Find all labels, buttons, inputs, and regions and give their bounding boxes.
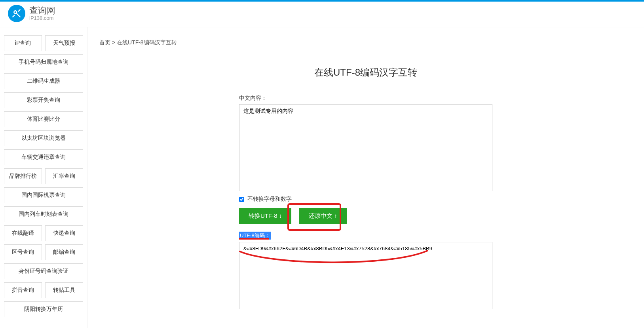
sidebar-item[interactable]: 国内列车时刻表查询 xyxy=(4,206,83,222)
decode-button[interactable]: 还原中文 ↑ xyxy=(299,208,347,224)
sidebar: iP查询天气预报手机号码归属地查询二维码生成器彩票开奖查询体育比赛比分以太坊区块… xyxy=(0,27,87,328)
sidebar-item[interactable]: 快递查询 xyxy=(45,225,83,241)
sidebar-item[interactable]: 体育比赛比分 xyxy=(4,111,83,127)
sidebar-item[interactable]: 区号查询 xyxy=(4,244,42,260)
sidebar-item[interactable]: 转贴工具 xyxy=(45,282,83,298)
input-label: 中文内容： xyxy=(239,95,492,102)
sidebar-item[interactable]: 邮编查询 xyxy=(45,244,83,260)
sidebar-item[interactable]: 阴阳转换万年历 xyxy=(4,301,83,317)
sidebar-item[interactable]: 在线翻译 xyxy=(4,225,42,241)
skip-alnum-label[interactable]: 不转换字母和数字 xyxy=(247,196,292,202)
skip-alnum-checkbox[interactable] xyxy=(239,197,244,202)
sidebar-item[interactable]: 身份证号码查询验证 xyxy=(4,263,83,279)
sidebar-item[interactable]: 品牌排行榜 xyxy=(4,168,42,184)
sidebar-item[interactable]: 拼音查询 xyxy=(4,282,42,298)
sidebar-item[interactable]: 国内国际机票查询 xyxy=(4,187,83,203)
sidebar-item[interactable]: 天气预报 xyxy=(45,35,83,51)
breadcrumb: 首页 > 在线UTF-8编码汉字互转 xyxy=(99,39,632,46)
brand-subtitle: iP138.com xyxy=(29,15,55,21)
utf8-output[interactable] xyxy=(239,242,492,309)
breadcrumb-sep: > xyxy=(110,39,117,46)
sidebar-item[interactable]: 手机号码归属地查询 xyxy=(4,54,83,70)
sidebar-item[interactable]: 车辆交通违章查询 xyxy=(4,149,83,165)
breadcrumb-home[interactable]: 首页 xyxy=(99,39,110,46)
sidebar-item[interactable]: iP查询 xyxy=(4,35,42,51)
encode-button[interactable]: 转换UTF-8 ↓ xyxy=(239,208,291,224)
breadcrumb-current: 在线UTF-8编码汉字互转 xyxy=(117,39,177,46)
output-label: UTF-8编码： xyxy=(239,232,271,240)
logo-icon xyxy=(8,5,25,22)
main-content: 首页 > 在线UTF-8编码汉字互转 在线UTF-8编码汉字互转 中文内容： 不… xyxy=(87,27,644,328)
header: 查询网 iP138.com xyxy=(0,2,644,27)
sidebar-item[interactable]: 以太坊区块浏览器 xyxy=(4,130,83,146)
sidebar-item[interactable]: 二维码生成器 xyxy=(4,73,83,89)
sidebar-item[interactable]: 彩票开奖查询 xyxy=(4,92,83,108)
chinese-input[interactable] xyxy=(239,104,492,191)
sidebar-item[interactable]: 汇率查询 xyxy=(45,168,83,184)
brand-title: 查询网 xyxy=(29,6,55,15)
page-title: 在线UTF-8编码汉字互转 xyxy=(239,66,492,79)
